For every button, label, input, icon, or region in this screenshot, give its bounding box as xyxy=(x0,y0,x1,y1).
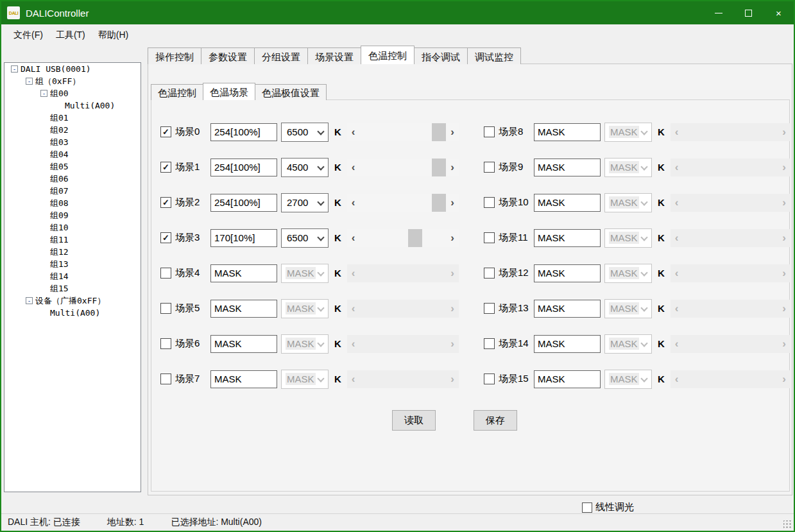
scene-checkbox[interactable] xyxy=(484,232,495,243)
tree-node[interactable]: Multi(A00) xyxy=(4,99,141,112)
tree-node[interactable]: 组01 xyxy=(4,112,141,124)
tree-node[interactable]: 组07 xyxy=(4,185,141,197)
brightness-input[interactable] xyxy=(534,194,601,212)
color-temp-select[interactable]: 4500 xyxy=(281,158,329,177)
scene-checkbox[interactable] xyxy=(160,303,171,314)
tree-node[interactable]: 组09 xyxy=(4,209,141,221)
scene-checkbox[interactable] xyxy=(484,338,495,349)
menu-item-tools[interactable]: 工具(T) xyxy=(49,26,92,44)
tree-node[interactable]: 组05 xyxy=(4,160,141,173)
scroll-right-icon[interactable]: › xyxy=(450,162,454,173)
tab-parameter-settings[interactable]: 参数设置 xyxy=(201,47,255,64)
close-button[interactable]: × xyxy=(764,1,794,24)
tree-node[interactable]: 组04 xyxy=(4,148,141,160)
subtab-color-temp-control[interactable]: 色温控制 xyxy=(151,84,203,100)
scene-checkbox[interactable]: ✓ xyxy=(160,162,171,173)
tree-node[interactable]: 组10 xyxy=(4,221,141,234)
brightness-slider[interactable]: ‹ › xyxy=(347,229,459,247)
scroll-left-icon[interactable]: ‹ xyxy=(352,232,355,243)
tree-collapse-icon[interactable]: - xyxy=(26,78,33,85)
brightness-slider[interactable]: ‹ › xyxy=(347,159,459,176)
brightness-input[interactable] xyxy=(534,370,601,388)
scene-checkbox[interactable] xyxy=(484,197,495,208)
brightness-input[interactable] xyxy=(210,194,277,212)
brightness-input[interactable] xyxy=(534,159,601,176)
scene-checkbox[interactable] xyxy=(160,338,171,349)
resize-grip-icon[interactable] xyxy=(783,520,792,529)
tab-scene-settings[interactable]: 场景设置 xyxy=(307,47,361,64)
tree-collapse-icon[interactable]: - xyxy=(26,297,33,304)
brightness-input[interactable] xyxy=(210,123,277,141)
tab-color-temp-control[interactable]: 色温控制 xyxy=(361,46,415,64)
tree-node[interactable]: Multi(A00) xyxy=(4,307,141,319)
scene-checkbox[interactable]: ✓ xyxy=(160,126,171,137)
tree-collapse-icon[interactable]: - xyxy=(11,65,18,73)
read-button[interactable]: 读取 xyxy=(392,410,436,431)
brightness-input[interactable] xyxy=(534,300,601,318)
scroll-left-icon[interactable]: ‹ xyxy=(352,197,355,208)
scene-checkbox[interactable] xyxy=(160,373,171,384)
scroll-right-icon[interactable]: › xyxy=(450,232,454,243)
slider-thumb[interactable] xyxy=(432,123,446,141)
brightness-input[interactable] xyxy=(534,335,601,353)
tree-node[interactable]: 组11 xyxy=(4,234,141,246)
tree-node[interactable]: 组13 xyxy=(4,258,141,270)
tree-node[interactable]: 组06 xyxy=(4,173,141,185)
scene-checkbox[interactable] xyxy=(484,126,495,137)
tree-node[interactable]: -设备（广播0xFF） xyxy=(4,295,141,307)
subtab-color-temp-limits[interactable]: 色温极值设置 xyxy=(255,84,327,100)
chevron-down-icon xyxy=(640,304,647,311)
scene-checkbox[interactable]: ✓ xyxy=(160,232,171,243)
brightness-input[interactable] xyxy=(210,264,277,282)
tab-grouping-settings[interactable]: 分组设置 xyxy=(254,47,308,64)
tree-node[interactable]: -组00 xyxy=(4,87,141,99)
brightness-input[interactable] xyxy=(210,335,277,353)
subtab-color-temp-scene[interactable]: 色温场景 xyxy=(203,83,255,100)
scroll-left-icon[interactable]: ‹ xyxy=(352,126,355,137)
brightness-input[interactable] xyxy=(210,229,277,247)
slider-thumb[interactable] xyxy=(408,229,422,247)
tree-node[interactable]: 组15 xyxy=(4,282,141,295)
device-tree[interactable]: -DALI USB(0001)-组（0xFF）-组00Multi(A00)组01… xyxy=(4,62,141,492)
tree-node[interactable]: 组02 xyxy=(4,124,141,136)
brightness-slider[interactable]: ‹ › xyxy=(347,194,459,212)
brightness-input[interactable] xyxy=(534,123,601,141)
scene-checkbox[interactable] xyxy=(484,303,495,314)
slider-thumb[interactable] xyxy=(432,194,446,212)
scene-checkbox[interactable] xyxy=(484,162,495,173)
tree-node[interactable]: 组12 xyxy=(4,246,141,258)
scene-checkbox[interactable]: ✓ xyxy=(160,197,171,208)
tab-debug-monitor[interactable]: 调试监控 xyxy=(467,47,521,64)
menu-item-file[interactable]: 文件(F) xyxy=(7,26,49,44)
tab-command-debug[interactable]: 指令调试 xyxy=(414,47,468,64)
tree-node[interactable]: -组（0xFF） xyxy=(4,75,141,87)
brightness-input[interactable] xyxy=(534,264,601,282)
brightness-input[interactable] xyxy=(210,159,277,176)
tree-node[interactable]: -DALI USB(0001) xyxy=(4,63,141,75)
scroll-right-icon[interactable]: › xyxy=(450,197,454,208)
color-temp-select[interactable]: 6500 xyxy=(281,123,329,142)
scene-checkbox[interactable] xyxy=(484,268,495,279)
menu-item-help[interactable]: 帮助(H) xyxy=(92,26,135,44)
brightness-input[interactable] xyxy=(210,300,277,318)
scroll-left-icon[interactable]: ‹ xyxy=(352,162,355,173)
tab-operation-control[interactable]: 操作控制 xyxy=(148,47,201,64)
color-temp-select[interactable]: 6500 xyxy=(281,228,329,248)
slider-thumb[interactable] xyxy=(432,159,446,176)
tree-node[interactable]: 组14 xyxy=(4,270,141,282)
maximize-button[interactable] xyxy=(733,1,764,24)
brightness-input[interactable] xyxy=(210,370,277,388)
linear-dimming-checkbox[interactable] xyxy=(582,502,592,513)
minimize-button[interactable] xyxy=(703,1,733,24)
brightness-slider[interactable]: ‹ › xyxy=(347,123,459,141)
tree-node[interactable]: 组03 xyxy=(4,136,141,148)
brightness-input[interactable] xyxy=(534,229,601,247)
scene-checkbox[interactable] xyxy=(484,373,495,384)
scene-checkbox[interactable] xyxy=(160,268,171,279)
tree-node[interactable]: 组08 xyxy=(4,197,141,209)
scroll-right-icon[interactable]: › xyxy=(450,126,454,137)
save-button[interactable]: 保存 xyxy=(474,410,517,431)
close-icon: × xyxy=(776,8,782,19)
tree-collapse-icon[interactable]: - xyxy=(40,90,47,97)
color-temp-select[interactable]: 2700 xyxy=(281,193,329,212)
